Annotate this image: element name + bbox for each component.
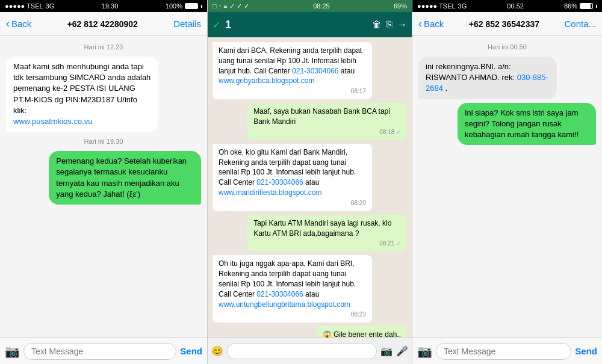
wa-copy-icon[interactable]: ⎘ [386,19,393,30]
wa-trash-icon[interactable]: 🗑 [372,19,382,30]
right-message-row-outgoing-1: Ini siapa? Kok sms istri saya jam segini… [418,103,596,146]
left-panel: ●●●●● TSEL 3G 19.30 100% ‹ Back +62 812 … [0,0,208,364]
incoming-link-1[interactable]: www.pusatmkios.co.vu [13,117,93,126]
right-incoming-bubble-1: ini rekeningnya.BNI. a/n: RISWANTO AHMAD… [418,57,557,99]
right-battery-pct: 86% [564,2,577,10]
left-text-input[interactable] [23,343,176,360]
right-text-input[interactable] [436,343,571,360]
camera-icon[interactable]: 📷 [5,344,20,359]
wa-link-4b[interactable]: www.untungbeliungbritama.blogspot.com [219,300,350,309]
left-input-bar: 📷 Send [0,338,207,364]
wa-text-5: 😱 Gile bener ente dah.. [323,330,401,338]
right-battery-tip [596,5,597,8]
incoming-text-1: Maaf kami sdh menhubungi anda tapi tdk t… [13,62,150,115]
wa-bubble-1: Maaf, saya bukan Nasabah Bank BCA tapi B… [247,103,407,140]
right-status-bar: ●●●●● TSEL 3G 00.52 86% [412,0,602,12]
right-camera-icon[interactable]: 📷 [417,344,432,359]
wa-link-0a[interactable]: 021-30304066 [292,67,338,75]
wa-check-icon[interactable]: ✓ [213,19,220,31]
wa-camera-icon[interactable]: 📷 [380,345,393,357]
wa-bubble-2: Oh oke, klo gitu Kami dari Bank Mandiri,… [213,144,372,211]
wa-tick-1: ✓ [396,129,401,135]
right-network-type: 3G [458,2,467,10]
message-row-incoming-1: Maaf kami sdh menhubungi anda tapi tdk t… [6,57,201,132]
back-label: Back [11,19,31,29]
right-outgoing-bubble-1: Ini siapa? Kok sms istri saya jam segini… [458,103,596,146]
right-message-area: Hari ini 00.50 ini rekeningnya.BNI. a/n:… [412,36,602,338]
right-time: 00.52 [507,2,524,10]
back-button[interactable]: ‹ Back [6,17,31,30]
right-outgoing-text-1: Ini siapa? Kok sms istri saya jam segini… [465,108,579,139]
wa-text-1: Maaf, saya bukan Nasabah Bank BCA tapi B… [253,107,390,126]
right-nav-bar: ‹ Back +62 852 36542337 Conta... [412,12,602,36]
right-date-label-1: Hari ini 00.50 [418,43,596,51]
wa-bubble-5: 😱 Gile bener ente dah.. 08:24 ✓✓ [317,326,407,338]
left-status-bar: ●●●●● TSEL 3G 19.30 100% [0,0,207,12]
wa-time-4: 08:23 [219,310,366,319]
wa-time-1: 08:18 ✓ [253,128,401,137]
carrier-signal: ●●●●● TSEL [5,2,43,10]
left-message-area: Hari ini 12.23 Maaf kami sdh menhubungi … [0,36,207,338]
contact-number: +62 812 42280902 [67,19,138,29]
right-back-label: Back [424,19,444,29]
wa-message-area: Kami dari BCA, Rekening anda terpilih da… [208,37,412,338]
wa-bubble-4: Oh itu juga nggak apa-apa, Kami dari BRI… [213,255,372,322]
wa-link-2b[interactable]: www.mandirifiesta.blogspot.com [219,188,321,197]
details-button[interactable]: Details [173,19,201,29]
right-panel: ●●●●● TSEL 3G 00.52 86% ‹ Back +62 852 3… [412,0,602,364]
wa-battery: 69% [394,2,407,10]
wa-nav-bar: ✓ 1 🗑 ⎘ → [208,12,412,37]
wa-emoji-icon[interactable]: 😊 [211,345,223,357]
right-send-button[interactable]: Send [575,346,597,356]
wa-time: 08:25 [313,2,330,10]
middle-panel: □ ↑ ≡ ✓ ✓ ✓ 08:25 69% ✓ 1 🗑 ⎘ → Kami dar… [208,0,412,364]
wa-count-badge: 1 [225,19,231,31]
battery-tip [201,5,202,8]
right-message-row-incoming-1: ini rekeningnya.BNI. a/n: RISWANTO AHMAD… [418,57,596,99]
battery-icon [185,3,198,9]
wa-text-input[interactable] [227,343,377,359]
right-back-button[interactable]: ‹ Back [418,17,444,30]
wa-time-2: 08:20 [219,199,366,208]
right-input-bar: 📷 Send [412,338,602,364]
right-contact-number: +62 852 36542337 [469,19,539,29]
battery-pct: 100% [166,2,182,10]
wa-link-2a[interactable]: 021-30304066 [256,178,303,187]
right-battery-icon [580,3,593,9]
wa-status-bar: □ ↑ ≡ ✓ ✓ ✓ 08:25 69% [208,0,412,12]
date-label-1: Hari ini 12.23 [6,43,201,51]
wa-text-3: Tapi Kartu ATM Mandiri saya lagi rusak, … [253,219,391,238]
date-label-2: Hari ini 19.30 [6,138,201,145]
time: 19.30 [102,2,119,10]
wa-mic-icon[interactable]: 🎤 [396,345,408,357]
wa-bubble-3: Tapi Kartu ATM Mandiri saya lagi rusak, … [247,215,407,252]
outgoing-text-1: Pemenang kedua? Setelah kuberikan segala… [56,156,187,199]
outgoing-bubble-1: Pemenang kedua? Setelah kuberikan segala… [49,151,201,205]
message-row-outgoing-1: Pemenang kedua? Setelah kuberikan segala… [6,151,201,205]
wa-text-2: Oh oke, klo gitu Kami dari Bank Mandiri,… [219,148,356,197]
back-arrow-icon: ‹ [6,17,10,30]
right-back-arrow-icon: ‹ [418,17,422,30]
wa-time-0: 08:17 [219,87,366,96]
wa-text-4: Oh itu juga nggak apa-apa, Kami dari BRI… [219,259,356,308]
network-type: 3G [46,2,55,10]
wa-input-bar: 😊 📷 🎤 [208,338,412,364]
wa-link-4a[interactable]: 021-30304066 [256,290,303,298]
wa-text-0: Kami dari BCA, Rekening anda terpilih da… [219,46,362,85]
wa-forward-icon[interactable]: → [397,19,407,30]
send-button[interactable]: Send [180,346,202,356]
wa-time-3: 08:21 ✓ [253,239,401,248]
wa-bubble-0: Kami dari BCA, Rekening anda terpilih da… [213,42,372,99]
right-carrier-signal: ●●●●● TSEL [417,2,456,10]
right-incoming-text-1: ini rekeningnya.BNI. a/n: RISWANTO AHMAD… [426,62,515,82]
wa-status-icons: □ ↑ ≡ ✓ ✓ ✓ [213,2,249,10]
wa-link-0b[interactable]: www.gebyarbca.blogspot.com [219,76,314,85]
right-contact-button[interactable]: Conta... [564,19,596,29]
wa-tick-3: ✓ [396,240,401,247]
left-nav-bar: ‹ Back +62 812 42280902 Details [0,12,207,36]
incoming-bubble-1: Maaf kami sdh menhubungi anda tapi tdk t… [6,57,158,132]
right-incoming-text-end: . [445,84,448,93]
